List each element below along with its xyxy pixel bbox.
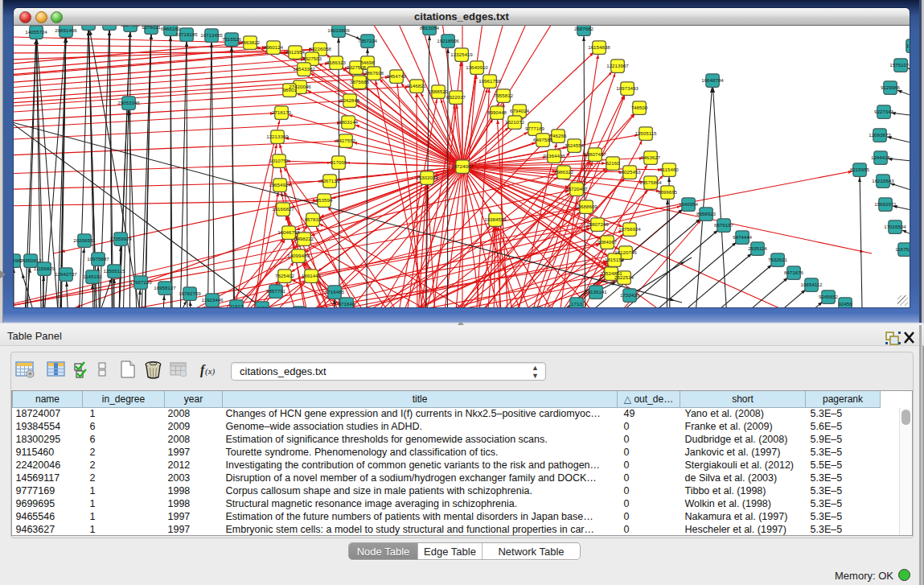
svg-text:12505115: 12505115 [634, 130, 657, 136]
svg-text:19575864: 19575864 [639, 179, 662, 185]
svg-text:10688609: 10688609 [575, 204, 598, 209]
svg-text:12325419: 12325419 [450, 51, 473, 57]
svg-text:14055724: 14055724 [25, 29, 47, 35]
svg-text:1145193: 1145193 [83, 274, 102, 279]
svg-text:8322037: 8322037 [446, 94, 466, 100]
svg-text:16648784: 16648784 [701, 77, 724, 83]
svg-text:83226058: 83226058 [309, 46, 331, 51]
svg-text:92456: 92456 [838, 301, 852, 307]
svg-text:12213967: 12213967 [606, 63, 629, 68]
svg-text:12213369: 12213369 [266, 134, 289, 139]
svg-text:7625402: 7625402 [275, 273, 295, 278]
svg-text:3267130: 3267130 [320, 178, 340, 183]
svg-text:8215955: 8215955 [850, 167, 870, 172]
svg-text:17359924: 17359924 [109, 236, 132, 241]
svg-text:15751074: 15751074 [889, 62, 910, 68]
svg-text:9146821: 9146821 [407, 83, 427, 89]
svg-text:17016504: 17016504 [884, 224, 906, 229]
svg-text:9777169: 9777169 [525, 126, 545, 131]
svg-text:857833: 857833 [305, 216, 322, 222]
svg-text:10025453: 10025453 [618, 169, 641, 175]
svg-text:7986322: 7986322 [554, 169, 574, 175]
svg-text:9327503: 9327503 [302, 56, 322, 61]
svg-text:8990448: 8990448 [487, 109, 507, 115]
svg-text:1713: 1713 [571, 301, 582, 307]
svg-text:8960124: 8960124 [264, 44, 284, 50]
svg-text:1192: 1192 [257, 305, 268, 307]
svg-text:9699695: 9699695 [658, 189, 678, 195]
svg-text:12505115: 12505115 [103, 268, 125, 274]
svg-text:16782759: 16782759 [179, 290, 201, 296]
svg-text:6679197: 6679197 [714, 222, 734, 228]
svg-text:571648: 571648 [339, 301, 355, 307]
svg-text:21364436: 21364436 [543, 153, 565, 159]
svg-text:20206551: 20206551 [73, 237, 96, 243]
svg-text:13640910: 13640910 [466, 64, 488, 70]
svg-text:19654924: 19654924 [269, 182, 291, 187]
svg-text:1588520: 1588520 [429, 89, 449, 94]
svg-text:1691447: 1691447 [302, 273, 322, 278]
svg-text:14136141: 14136141 [585, 289, 607, 295]
svg-text:2687682: 2687682 [574, 26, 594, 31]
svg-text:9463627: 9463627 [641, 154, 661, 160]
svg-text:16543382: 16543382 [293, 66, 315, 72]
svg-text:3624554: 3624554 [565, 142, 585, 148]
svg-text:10961758: 10961758 [478, 78, 501, 84]
svg-text:1010753: 1010753 [269, 158, 290, 163]
svg-text:2522514: 2522514 [614, 274, 634, 280]
svg-text:19166827: 19166827 [272, 206, 294, 212]
svg-text:1733426: 1733426 [620, 292, 640, 298]
svg-text:9242848: 9242848 [340, 97, 360, 103]
svg-text:9084067: 9084067 [598, 239, 618, 245]
svg-text:6794024: 6794024 [510, 108, 530, 113]
svg-text:2867608: 2867608 [364, 70, 384, 76]
svg-text:10807487: 10807487 [584, 151, 606, 157]
svg-text:8912954: 8912954 [285, 49, 306, 55]
svg-text:1167534: 1167534 [895, 246, 910, 252]
svg-text:6497568: 6497568 [533, 137, 553, 142]
svg-text:10719185: 10719185 [175, 31, 198, 37]
svg-text:62160: 62160 [606, 160, 620, 166]
svg-text:11923: 11923 [230, 303, 244, 307]
svg-text:12942737: 12942737 [55, 271, 77, 277]
svg-text:(x): (x) [205, 366, 216, 377]
svg-text:25302033: 25302033 [416, 175, 438, 180]
svg-text:19384554: 19384554 [484, 216, 507, 222]
svg-text:7632621: 7632621 [768, 257, 788, 262]
svg-text:12093873: 12093873 [869, 132, 891, 138]
svg-text:2935114: 2935114 [748, 245, 767, 251]
svg-text:6466160: 6466160 [161, 26, 181, 31]
svg-text:9474444: 9474444 [733, 234, 753, 240]
svg-text:9227343: 9227343 [874, 109, 894, 114]
svg-text:15692971: 15692971 [874, 201, 897, 207]
svg-text:16120746: 16120746 [614, 249, 637, 255]
svg-text:11123: 11123 [906, 43, 910, 48]
svg-text:748500: 748500 [631, 105, 648, 110]
svg-text:5716485: 5716485 [325, 289, 345, 295]
svg-text:917006: 917006 [331, 159, 347, 165]
svg-text:9129966: 9129966 [881, 84, 901, 90]
svg-text:54698: 54698 [360, 60, 375, 65]
svg-text:10975887: 10975887 [87, 256, 109, 262]
svg-text:16033809: 16033809 [327, 27, 350, 33]
svg-text:16154838: 16154838 [588, 44, 610, 50]
svg-text:9327508: 9327508 [347, 64, 367, 70]
svg-text:8958923: 8958923 [696, 211, 717, 216]
svg-text:18724007: 18724007 [451, 163, 474, 169]
svg-text:8186323: 8186323 [326, 60, 347, 65]
svg-text:20691406: 20691406 [55, 27, 77, 33]
svg-text:16958127: 16958127 [154, 285, 176, 290]
svg-text:16046798: 16046798 [277, 229, 300, 235]
svg-text:19218506: 19218506 [437, 38, 459, 43]
svg-text:16713455: 16713455 [200, 32, 223, 38]
svg-text:2718170: 2718170 [272, 109, 292, 115]
svg-text:2803144: 2803144 [339, 119, 359, 125]
svg-text:8454749: 8454749 [387, 73, 407, 79]
svg-text:1815152: 1815152 [605, 257, 625, 262]
svg-text:8427552: 8427552 [336, 138, 356, 143]
svg-text:1640954: 1640954 [679, 201, 699, 207]
svg-text:10654112: 10654112 [800, 282, 823, 287]
svg-text:29053346: 29053346 [117, 100, 140, 105]
svg-text:3498222: 3498222 [294, 236, 314, 241]
svg-text:1244415: 1244415 [871, 154, 891, 160]
